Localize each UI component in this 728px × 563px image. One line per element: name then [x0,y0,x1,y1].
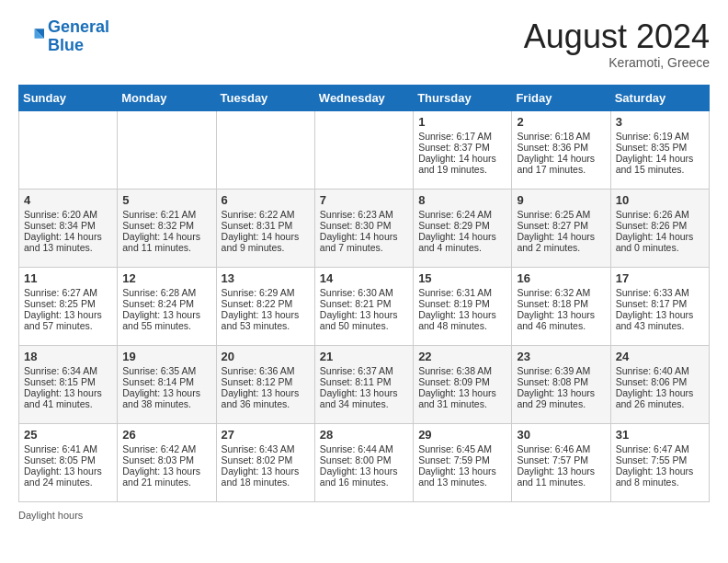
calendar-cell: 7Sunrise: 6:23 AMSunset: 8:30 PMDaylight… [314,189,413,267]
day-info-line: Sunrise: 6:42 AM [122,443,210,454]
day-info-line: Daylight: 14 hours and 13 minutes. [24,231,112,253]
day-info-line: Sunset: 8:15 PM [24,376,112,387]
day-info-line: Sunrise: 6:22 AM [222,209,310,220]
location: Keramoti, Greece [524,55,710,70]
calendar-cell [216,110,314,189]
day-number: 31 [616,428,704,442]
day-info-line: Sunrise: 6:45 AM [418,443,506,454]
day-info-line: Sunrise: 6:30 AM [320,287,408,298]
day-info-line: Sunrise: 6:31 AM [418,287,506,298]
day-info-line: Sunrise: 6:38 AM [418,365,506,376]
day-number: 12 [122,271,210,285]
day-number: 8 [418,193,506,207]
calendar-cell: 26Sunrise: 6:42 AMSunset: 8:03 PMDayligh… [118,423,216,501]
day-info-line: Daylight: 13 hours and 36 minutes. [222,387,310,409]
day-number: 22 [418,350,506,363]
day-info-line: Sunrise: 6:23 AM [320,209,408,220]
day-info-line: Sunset: 8:17 PM [616,298,704,309]
calendar-cell: 31Sunrise: 6:47 AMSunset: 7:55 PMDayligh… [610,423,709,501]
day-number: 25 [24,428,112,442]
day-number: 9 [517,193,605,207]
day-of-week-cell: Tuesday [216,85,314,110]
calendar-cell: 15Sunrise: 6:31 AMSunset: 8:19 PMDayligh… [414,267,512,345]
day-info-line: Sunset: 8:06 PM [616,376,704,387]
day-info-line: Sunset: 8:19 PM [418,298,506,309]
calendar-cell: 13Sunrise: 6:29 AMSunset: 8:22 PMDayligh… [216,267,314,345]
day-number: 21 [320,350,408,363]
calendar-cell: 29Sunrise: 6:45 AMSunset: 7:59 PMDayligh… [414,423,512,501]
day-info-line: Sunset: 8:18 PM [517,298,605,309]
day-info-line: Sunrise: 6:27 AM [24,287,112,298]
day-info-line: Sunrise: 6:17 AM [418,131,506,142]
calendar-cell [118,110,216,189]
day-of-week-cell: Monday [118,85,216,110]
calendar-cell: 25Sunrise: 6:41 AMSunset: 8:05 PMDayligh… [19,423,118,501]
calendar-cell [19,110,118,189]
day-info-line: Daylight: 14 hours and 17 minutes. [517,153,605,175]
day-number: 6 [222,193,310,207]
day-of-week-header: SundayMondayTuesdayWednesdayThursdayFrid… [19,85,710,110]
day-info-line: Sunrise: 6:28 AM [122,287,210,298]
day-info-line: Daylight: 13 hours and 26 minutes. [616,387,704,409]
day-info-line: Daylight: 13 hours and 11 minutes. [517,465,605,488]
page-header: General Blue August 2024 Keramoti, Greec… [18,18,710,70]
day-info-line: Daylight: 13 hours and 16 minutes. [320,465,408,488]
day-info-line: Sunset: 8:03 PM [122,454,210,465]
day-info-line: Daylight: 13 hours and 38 minutes. [122,387,210,409]
day-info-line: Sunset: 8:32 PM [122,220,210,231]
calendar-week-row: 11Sunrise: 6:27 AMSunset: 8:25 PMDayligh… [19,267,710,345]
calendar-cell: 24Sunrise: 6:40 AMSunset: 8:06 PMDayligh… [610,345,709,423]
calendar-cell: 20Sunrise: 6:36 AMSunset: 8:12 PMDayligh… [216,345,314,423]
day-info-line: Daylight: 13 hours and 53 minutes. [222,309,310,331]
day-info-line: Daylight: 13 hours and 29 minutes. [517,387,605,409]
day-number: 26 [122,428,210,442]
calendar-cell: 27Sunrise: 6:43 AMSunset: 8:02 PMDayligh… [216,423,314,501]
calendar-cell: 2Sunrise: 6:18 AMSunset: 8:36 PMDaylight… [512,110,610,189]
month-year: August 2024 [524,18,710,55]
day-info-line: Sunrise: 6:44 AM [320,443,408,454]
day-number: 19 [122,350,210,363]
day-info-line: Sunset: 8:12 PM [222,376,310,387]
day-info-line: Daylight: 13 hours and 13 minutes. [418,465,506,488]
day-info-line: Sunset: 8:27 PM [517,220,605,231]
day-info-line: Sunrise: 6:29 AM [222,287,310,298]
day-info-line: Sunrise: 6:37 AM [320,365,408,376]
day-info-line: Sunset: 8:09 PM [418,376,506,387]
day-info-line: Sunset: 8:31 PM [222,220,310,231]
day-info-line: Daylight: 13 hours and 41 minutes. [24,387,112,409]
calendar-week-row: 18Sunrise: 6:34 AMSunset: 8:15 PMDayligh… [19,345,710,423]
day-of-week-cell: Saturday [610,85,709,110]
calendar-cell: 5Sunrise: 6:21 AMSunset: 8:32 PMDaylight… [118,189,216,267]
day-number: 29 [418,428,506,442]
day-info-line: Sunrise: 6:41 AM [24,443,112,454]
calendar-cell: 28Sunrise: 6:44 AMSunset: 8:00 PMDayligh… [314,423,413,501]
day-info-line: Sunrise: 6:21 AM [122,209,210,220]
day-number: 4 [24,193,112,207]
day-info-line: Daylight: 13 hours and 50 minutes. [320,309,408,331]
day-info-line: Sunrise: 6:35 AM [122,365,210,376]
day-info-line: Sunrise: 6:20 AM [24,209,112,220]
day-info-line: Sunset: 8:21 PM [320,298,408,309]
day-number: 5 [122,193,210,207]
day-info-line: Daylight: 14 hours and 15 minutes. [616,153,704,175]
day-info-line: Sunset: 8:24 PM [122,298,210,309]
day-info-line: Sunrise: 6:19 AM [616,131,704,142]
day-info-line: Sunset: 8:11 PM [320,376,408,387]
day-info-line: Daylight: 14 hours and 9 minutes. [222,231,310,253]
day-info-line: Sunrise: 6:32 AM [517,287,605,298]
day-info-line: Sunset: 8:08 PM [517,376,605,387]
day-info-line: Daylight: 13 hours and 46 minutes. [517,309,605,331]
calendar-cell: 11Sunrise: 6:27 AMSunset: 8:25 PMDayligh… [19,267,118,345]
day-number: 2 [517,115,605,129]
day-info-line: Sunset: 8:05 PM [24,454,112,465]
day-info-line: Sunrise: 6:26 AM [616,209,704,220]
day-info-line: Sunset: 7:57 PM [517,454,605,465]
day-number: 30 [517,428,605,442]
day-info-line: Sunrise: 6:24 AM [418,209,506,220]
logo: General Blue [18,18,109,55]
calendar-body: 1Sunrise: 6:17 AMSunset: 8:37 PMDaylight… [19,110,710,501]
day-info-line: Daylight: 13 hours and 8 minutes. [616,465,704,488]
day-number: 17 [616,271,704,285]
day-info-line: Daylight: 13 hours and 31 minutes. [418,387,506,409]
day-info-line: Sunset: 8:29 PM [418,220,506,231]
